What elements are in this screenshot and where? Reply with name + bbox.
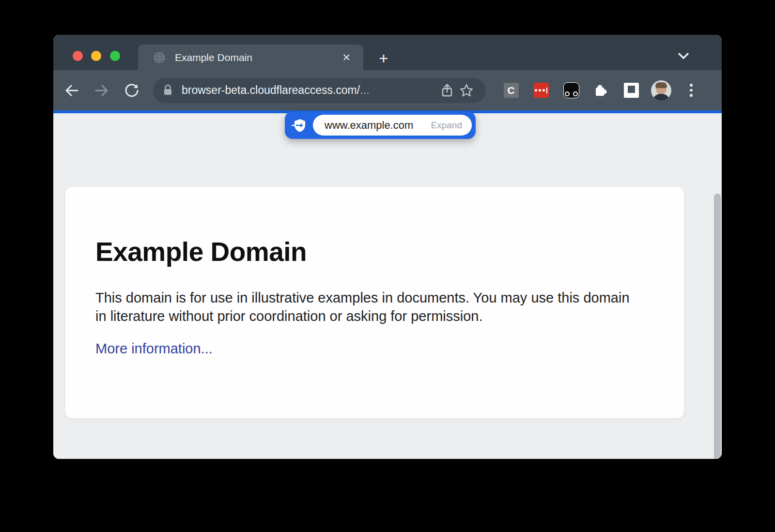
- isolated-url-text: www.example.com: [325, 119, 431, 132]
- url-suffix: ...: [360, 84, 369, 96]
- share-icon: [441, 83, 453, 98]
- page-paragraph: This domain is for use in illustrative e…: [95, 289, 640, 325]
- minimize-window-button[interactable]: [91, 51, 101, 61]
- scrollbar-thumb[interactable]: [714, 194, 721, 459]
- lock-icon: [163, 84, 173, 97]
- reload-icon: [124, 83, 139, 98]
- globe-favicon-icon: [153, 51, 166, 64]
- reload-button[interactable]: [121, 80, 142, 101]
- browser-window: Example Domain ✕ +: [53, 35, 722, 459]
- forward-button[interactable]: [91, 80, 112, 101]
- back-arrow-icon: [64, 84, 79, 97]
- side-panel-button[interactable]: [620, 79, 643, 102]
- page-viewport: www.example.com Expand Example Domain Th…: [53, 113, 722, 459]
- example-domain-card: Example Domain This domain is for use in…: [65, 187, 684, 418]
- tab-example-domain[interactable]: Example Domain ✕: [138, 45, 363, 70]
- tab-search-chevron-icon[interactable]: [677, 52, 690, 60]
- share-button[interactable]: [437, 81, 457, 100]
- address-bar[interactable]: browser-beta.cloudflareaccess.com/...: [153, 78, 486, 103]
- new-tab-button[interactable]: +: [374, 48, 393, 68]
- tab-title: Example Domain: [175, 52, 338, 63]
- lastpass-dots-icon: [534, 83, 549, 98]
- back-button[interactable]: [61, 80, 82, 101]
- goggles-icon: [563, 82, 579, 98]
- toolbar: browser-beta.cloudflareaccess.com/... C: [53, 70, 722, 110]
- browser-menu-button[interactable]: [680, 79, 703, 102]
- isolation-url-field[interactable]: www.example.com Expand: [313, 115, 472, 136]
- page-title: Example Domain: [95, 236, 640, 267]
- extensions-menu-button[interactable]: [589, 79, 613, 102]
- shield-arrow-icon: [292, 117, 308, 134]
- forward-arrow-icon: [94, 84, 109, 97]
- bookmark-button[interactable]: [457, 81, 476, 100]
- extensions-area: C: [493, 79, 703, 102]
- tab-strip: Example Domain ✕ +: [53, 35, 722, 70]
- fullscreen-window-button[interactable]: [110, 51, 120, 61]
- star-icon: [459, 83, 474, 98]
- close-window-button[interactable]: [73, 51, 83, 61]
- frame-icon: [624, 83, 639, 98]
- three-dot-menu-icon: [690, 84, 693, 97]
- expand-button[interactable]: Expand: [431, 120, 462, 131]
- c-extension-icon: C: [504, 83, 519, 98]
- isolation-url-pill: www.example.com Expand: [285, 111, 476, 139]
- extension-lastpass-button[interactable]: [529, 79, 553, 102]
- more-information-link[interactable]: More information...: [95, 341, 213, 357]
- url-main: browser-beta.cloudflareaccess.com/: [182, 84, 360, 96]
- avatar: [651, 80, 671, 101]
- profile-button[interactable]: [650, 79, 673, 102]
- extension-goggles-button[interactable]: [559, 79, 583, 102]
- close-tab-icon[interactable]: ✕: [338, 50, 355, 64]
- puzzle-piece-icon: [593, 83, 609, 98]
- extension-c-button[interactable]: C: [499, 79, 523, 102]
- url-text: browser-beta.cloudflareaccess.com/...: [182, 84, 437, 97]
